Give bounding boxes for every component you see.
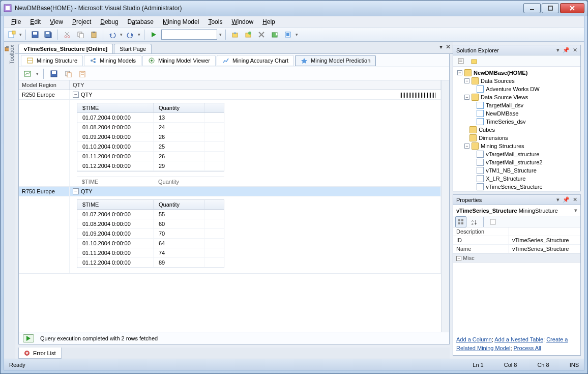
menu-tools[interactable]: Tools — [204, 17, 226, 26]
panel-close[interactable]: ✕ — [573, 196, 577, 203]
tree-item[interactable]: vTimeSeries_Structure — [454, 183, 579, 191]
execute-button[interactable] — [23, 334, 34, 342]
tree-folder[interactable]: − Data Source Views — [454, 93, 579, 101]
solution-tree[interactable]: − NewDMBase(HOME)− Data Sources Adventur… — [453, 67, 580, 191]
subtab-models[interactable]: Mining Models — [84, 55, 141, 66]
link-process-all[interactable]: Process All — [514, 345, 541, 351]
tree-folder[interactable]: − Mining Structures — [454, 142, 579, 150]
tree-expander[interactable]: − — [464, 78, 469, 83]
maximize-button[interactable] — [542, 3, 559, 13]
menu-project[interactable]: Project — [68, 17, 95, 26]
nested-row[interactable]: 01.11.2004 0:00:0026 — [77, 152, 224, 161]
menu-mining-model[interactable]: Mining Model — [159, 17, 203, 26]
tool-d-button[interactable] — [269, 29, 280, 40]
tab-start-page[interactable]: Start Page — [114, 44, 152, 53]
tool-c-button[interactable] — [256, 29, 267, 40]
tree-expander[interactable]: − — [457, 70, 462, 75]
nested-row[interactable]: 01.07.2004 0:00:0013 — [77, 113, 224, 123]
tree-expander[interactable]: − — [464, 95, 469, 100]
tool-e-button[interactable] — [282, 29, 293, 40]
tool-a-button[interactable] — [229, 29, 241, 40]
nested-row[interactable]: 01.10.2004 0:00:0025 — [77, 142, 224, 152]
close-document-button[interactable]: ✕ — [446, 43, 451, 50]
link-add-column[interactable]: Add a Column — [456, 336, 492, 342]
tree-expander[interactable]: − — [464, 143, 469, 149]
nested-row[interactable]: 01.09.2004 0:00:0070 — [77, 229, 224, 239]
panel-close[interactable]: ✕ — [573, 47, 577, 53]
copy-query-button[interactable] — [63, 68, 74, 79]
panel-pin-icon[interactable]: 📌 — [563, 47, 570, 53]
link-add-nested[interactable]: Add a Nested Table — [494, 336, 543, 342]
tree-item[interactable]: vTargetMail_structure2 — [454, 158, 579, 166]
se-show-all-button[interactable] — [468, 55, 480, 67]
copy-button[interactable] — [75, 29, 86, 40]
tree-item[interactable]: NewDMBase — [454, 109, 579, 118]
vertical-scrollbar[interactable] — [441, 80, 449, 332]
titlebar[interactable]: NewDMBase(HOME) - Microsoft Visual Studi… — [1, 1, 587, 16]
tree-folder[interactable]: Cubes — [454, 126, 579, 134]
tree-item[interactable]: vTargetMail_structure — [454, 150, 579, 158]
error-list-tab[interactable]: Error List — [18, 348, 62, 359]
menu-file[interactable]: File — [7, 17, 25, 26]
tree-root[interactable]: − NewDMBase(HOME) — [454, 69, 579, 77]
tree-folder[interactable]: Dimensions — [454, 134, 579, 142]
nested-row[interactable]: 01.12.2004 0:00:0089 — [77, 258, 224, 268]
nested-row[interactable]: 01.09.2004 0:00:0026 — [77, 132, 224, 142]
save-button[interactable] — [30, 29, 41, 40]
table-row[interactable]: R750 Europe− QTY — [19, 187, 441, 196]
se-properties-button[interactable] — [455, 55, 466, 67]
menu-window[interactable]: Window — [227, 17, 257, 26]
subtab-structure[interactable]: Mining Structure — [21, 55, 83, 66]
property-grid[interactable]: Description IDvTimeSeries_Structure Name… — [453, 227, 580, 332]
panel-dropdown[interactable]: ▾ — [556, 196, 560, 203]
toolbox-sidebar[interactable]: Toolbox — [4, 42, 15, 359]
new-project-button[interactable] — [6, 29, 17, 40]
nested-row[interactable]: 01.08.2004 0:00:0024 — [77, 123, 224, 132]
save-query-button[interactable] — [48, 68, 60, 79]
design-view-button[interactable] — [22, 68, 33, 79]
panel-pin-icon[interactable]: 📌 — [563, 196, 570, 203]
tree-item[interactable]: X_LR_Structure — [454, 175, 579, 183]
start-debug-button[interactable] — [148, 29, 159, 40]
save-all-button[interactable] — [43, 29, 54, 40]
menu-database[interactable]: Database — [124, 17, 158, 26]
panel-dropdown[interactable]: ▾ — [556, 47, 560, 53]
tree-item[interactable]: TimeSeries_dsv — [454, 118, 579, 126]
subtab-viewer[interactable]: Mining Model Viewer — [142, 55, 216, 66]
collapse-icon[interactable]: − — [73, 188, 79, 194]
minimize-button[interactable] — [523, 3, 541, 13]
results-grid[interactable]: Model RegionQTYR250 Europe− QTY$TIMEQuan… — [19, 80, 441, 332]
tree-folder[interactable]: − Data Sources — [454, 77, 579, 85]
nested-row[interactable]: 01.07.2004 0:00:0055 — [77, 210, 224, 219]
collapse-icon[interactable]: − — [73, 92, 79, 98]
tree-item[interactable]: Adventure Works DW — [454, 85, 579, 93]
tree-item[interactable]: vTM1_NB_Structure — [454, 166, 579, 175]
redo-button[interactable] — [125, 29, 136, 40]
props-object-dropdown[interactable]: ▾ — [574, 207, 577, 214]
nested-row[interactable]: 01.10.2004 0:00:0064 — [77, 239, 224, 248]
table-row[interactable]: R250 Europe− QTY — [19, 90, 441, 100]
tool-b-button[interactable] — [243, 29, 254, 40]
menu-debug[interactable]: Debug — [96, 17, 122, 26]
accuracy-icon — [222, 57, 229, 64]
menu-help[interactable]: Help — [258, 17, 279, 26]
nested-row[interactable]: 01.11.2004 0:00:0074 — [77, 248, 224, 258]
property-pages-button[interactable] — [487, 216, 498, 227]
nested-row[interactable]: 01.08.2004 0:00:0060 — [77, 219, 224, 229]
alphabetical-button[interactable]: AZ — [468, 216, 480, 227]
paste-button[interactable] — [88, 29, 99, 40]
nested-row[interactable]: 01.12.2004 0:00:0029 — [77, 161, 224, 171]
close-button[interactable] — [560, 3, 584, 13]
menu-edit[interactable]: Edit — [26, 17, 45, 26]
cut-button[interactable] — [62, 29, 73, 40]
menu-view[interactable]: View — [46, 17, 67, 26]
undo-button[interactable] — [107, 29, 118, 40]
categorized-button[interactable] — [455, 216, 466, 227]
active-files-dropdown[interactable]: ▾ — [439, 43, 443, 50]
solution-config-combo[interactable] — [161, 30, 217, 40]
subtab-accuracy[interactable]: Mining Accuracy Chart — [217, 55, 294, 66]
refresh-button[interactable] — [77, 68, 88, 79]
tab-timeseries[interactable]: vTimeSeries_Structure [Online] — [18, 44, 113, 53]
subtab-prediction[interactable]: Mining Model Prediction — [295, 55, 376, 66]
tree-item[interactable]: TargetMail_dsv — [454, 101, 579, 109]
